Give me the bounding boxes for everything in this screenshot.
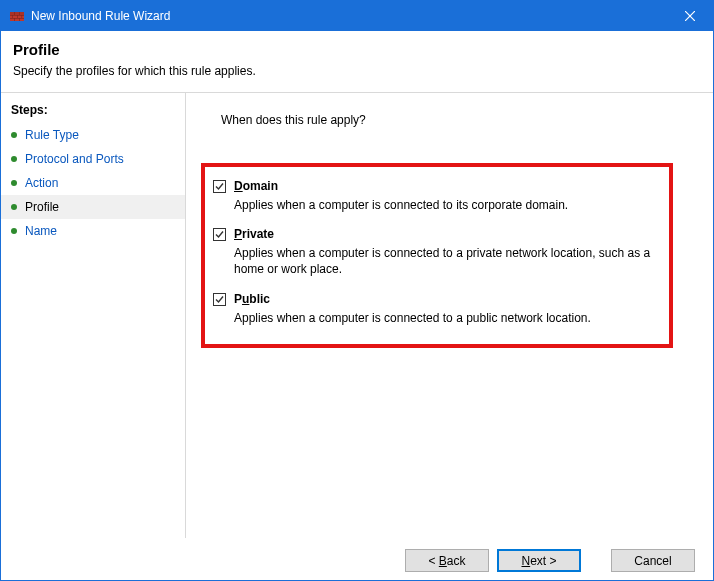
svg-rect-4	[14, 12, 15, 15]
steps-heading: Steps:	[1, 101, 185, 123]
page-title: Profile	[13, 41, 701, 58]
question-text: When does this rule apply?	[221, 113, 693, 127]
step-item-name[interactable]: Name	[1, 219, 185, 243]
desc-public: Applies when a computer is connected to …	[234, 310, 655, 326]
wizard-header: Profile Specify the profiles for which t…	[1, 31, 713, 93]
step-item-protocol-ports[interactable]: Protocol and Ports	[1, 147, 185, 171]
bullet-icon	[11, 228, 17, 234]
window-title: New Inbound Rule Wizard	[31, 9, 667, 23]
firewall-icon	[9, 8, 25, 24]
checkmark-icon	[214, 181, 225, 192]
titlebar: New Inbound Rule Wizard	[1, 1, 713, 31]
svg-rect-8	[22, 15, 23, 18]
step-item-profile[interactable]: Profile	[1, 195, 185, 219]
wizard-footer: < Back Next > Cancel	[1, 538, 713, 581]
step-label: Action	[25, 176, 58, 190]
desc-private: Applies when a computer is connected to …	[234, 245, 655, 277]
label-domain: Domain	[234, 179, 278, 193]
next-button[interactable]: Next >	[497, 549, 581, 572]
checkbox-domain[interactable]	[213, 180, 226, 193]
step-label: Protocol and Ports	[25, 152, 124, 166]
highlight-box: Domain Applies when a computer is connec…	[201, 163, 673, 348]
svg-rect-7	[17, 15, 18, 18]
option-public: Public	[213, 292, 655, 306]
label-private: Private	[234, 227, 274, 241]
desc-domain: Applies when a computer is connected to …	[234, 197, 655, 213]
svg-rect-9	[14, 18, 15, 21]
cancel-button[interactable]: Cancel	[611, 549, 695, 572]
step-item-action[interactable]: Action	[1, 171, 185, 195]
svg-rect-10	[19, 18, 20, 21]
close-button[interactable]	[667, 1, 713, 31]
step-label: Rule Type	[25, 128, 79, 142]
svg-rect-1	[10, 12, 24, 15]
step-label: Profile	[25, 200, 59, 214]
back-button[interactable]: < Back	[405, 549, 489, 572]
step-item-rule-type[interactable]: Rule Type	[1, 123, 185, 147]
bullet-icon	[11, 156, 17, 162]
svg-rect-3	[10, 18, 24, 19]
option-domain: Domain	[213, 179, 655, 193]
svg-rect-5	[19, 12, 20, 15]
page-description: Specify the profiles for which this rule…	[13, 64, 701, 78]
option-private: Private	[213, 227, 655, 241]
checkmark-icon	[214, 229, 225, 240]
wizard-body: Steps: Rule Type Protocol and Ports Acti…	[1, 93, 713, 538]
svg-rect-6	[12, 15, 13, 18]
bullet-icon	[11, 132, 17, 138]
close-icon	[685, 11, 695, 21]
bullet-icon	[11, 180, 17, 186]
steps-sidebar: Steps: Rule Type Protocol and Ports Acti…	[1, 93, 186, 538]
checkbox-public[interactable]	[213, 293, 226, 306]
label-public: Public	[234, 292, 270, 306]
wizard-main: When does this rule apply? Domain Applie…	[186, 93, 713, 538]
checkbox-private[interactable]	[213, 228, 226, 241]
step-label: Name	[25, 224, 57, 238]
checkmark-icon	[214, 294, 225, 305]
bullet-icon	[11, 204, 17, 210]
